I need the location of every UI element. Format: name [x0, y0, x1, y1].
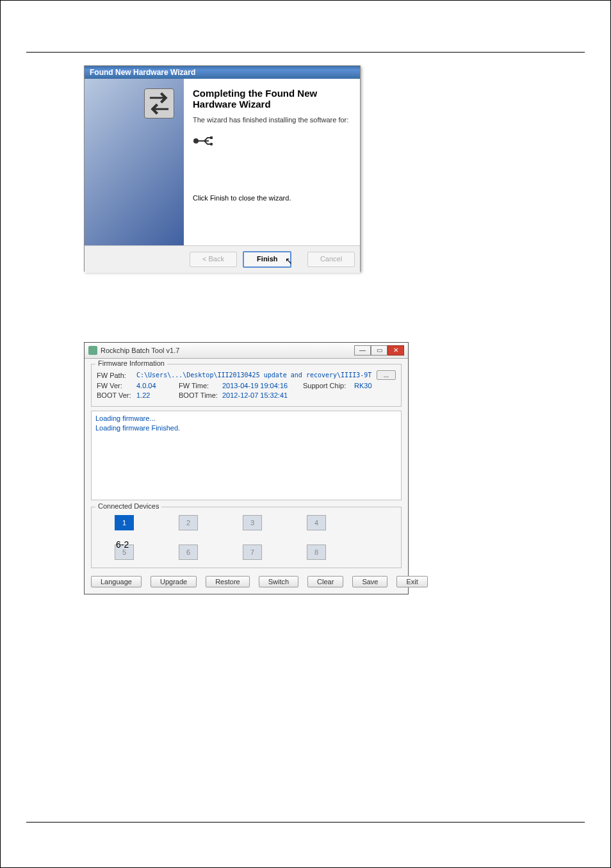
maximize-button[interactable]: ▭ [371, 345, 387, 356]
supportchip-label: Support Chip: [303, 382, 350, 389]
back-button: < Back [190, 252, 237, 267]
fwtime-value: 2013-04-19 19:04:16 [222, 382, 299, 389]
boottime-label: BOOT Time: [179, 391, 218, 399]
mouse-cursor-icon: ↖ [285, 256, 293, 266]
cancel-button: Cancel [307, 252, 355, 267]
log-panel: Loading firmware... Loading firmware Fin… [91, 411, 402, 500]
language-button[interactable]: Language [91, 576, 142, 587]
clear-button[interactable]: Clear [307, 576, 343, 587]
svg-rect-1 [210, 136, 213, 139]
rocktool-title-text: Rockchip Batch Tool v1.7 [101, 347, 179, 354]
page-header [26, 7, 585, 53]
firmware-group-label: Firmware Information [95, 359, 167, 367]
log-line: Loading firmware... [95, 414, 397, 423]
wizard-button-row: < Back Finish ↖ Cancel [85, 245, 360, 273]
firmware-info-group: Firmware Information FW Path: C:\Users\.… [91, 364, 402, 407]
wizard-sidebar [85, 79, 184, 245]
boottime-value: 2012-12-07 15:32:41 [222, 391, 288, 399]
window-controls: — ▭ ✕ [354, 345, 404, 356]
fwver-label: FW Ver: [97, 382, 133, 389]
wizard-description: The wizard has finished installing the s… [193, 116, 351, 124]
restore-button[interactable]: Restore [206, 576, 250, 587]
wizard-main: Completing the Found New Hardware Wizard… [184, 79, 360, 245]
close-button[interactable]: ✕ [387, 345, 404, 356]
device-slot-6[interactable]: 6 [179, 545, 198, 560]
fwver-value: 4.0.04 [136, 382, 175, 389]
wizard-heading: Completing the Found New Hardware Wizard [193, 88, 351, 110]
connected-devices-group: Connected Devices 1 2 3 4 6-2 5 6 7 8 [91, 507, 402, 568]
upgrade-button[interactable]: Upgrade [151, 576, 197, 587]
hardware-icon [144, 88, 174, 119]
device-slot-4[interactable]: 4 [307, 515, 326, 530]
fwpath-value: C:\Users\...\Desktop\III20130425 update … [136, 372, 373, 379]
wizard-hint: Click Finish to close the wizard. [193, 194, 291, 202]
wizard-body: Completing the Found New Hardware Wizard… [85, 79, 360, 245]
rocktool-body: Firmware Information FW Path: C:\Users\.… [85, 359, 408, 594]
svg-point-2 [210, 143, 213, 145]
toolbar: Language Upgrade Restore Switch Clear Sa… [91, 576, 402, 587]
device-slot-7[interactable]: 7 [243, 545, 262, 560]
exit-button[interactable]: Exit [396, 576, 427, 587]
save-button[interactable]: Save [352, 576, 387, 587]
device-slot-2[interactable]: 2 [179, 515, 198, 530]
callout-label: 6-2 [116, 539, 129, 550]
supportchip-value: RK30 [354, 382, 393, 389]
fwtime-label: FW Time: [179, 382, 218, 389]
fwpath-label: FW Path: [97, 372, 133, 379]
found-new-hardware-wizard: Found New Hardware Wizard Completing the… [84, 65, 361, 272]
wizard-titlebar: Found New Hardware Wizard [85, 66, 360, 79]
device-slot-8[interactable]: 8 [307, 545, 326, 560]
rockchip-batch-tool-window: Rockchip Batch Tool v1.7 — ▭ ✕ Firmware … [84, 342, 409, 594]
devices-group-label: Connected Devices [95, 502, 161, 510]
page-footer [26, 822, 585, 855]
minimize-button[interactable]: — [354, 345, 371, 356]
device-slot-3[interactable]: 3 [243, 515, 262, 530]
log-line: Loading firmware Finished. [95, 423, 397, 433]
bootver-value: 1.22 [136, 391, 175, 399]
device-slot-1[interactable]: 1 [115, 515, 134, 530]
switch-button[interactable]: Switch [259, 576, 298, 587]
browse-button[interactable]: ... [377, 370, 396, 380]
bootver-label: BOOT Ver: [97, 391, 133, 399]
app-icon [88, 346, 97, 355]
usb-icon [193, 135, 351, 149]
rocktool-titlebar: Rockchip Batch Tool v1.7 — ▭ ✕ [85, 343, 408, 359]
